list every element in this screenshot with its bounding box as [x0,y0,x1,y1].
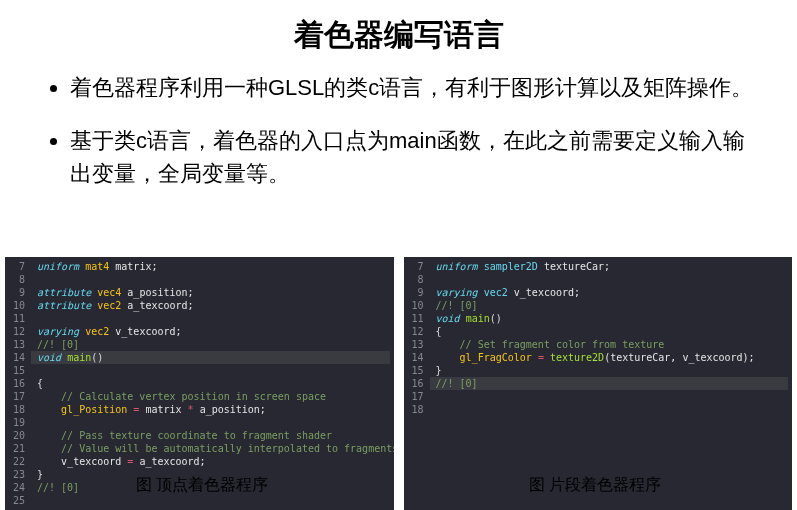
bullet-list: 着色器程序利用一种GLSL的类c语言，有利于图形计算以及矩阵操作。 基于类c语言… [40,71,757,190]
line-gutter: 7 8 9 10 11 12 13 14 15 16 17 18 19 20 2… [5,257,31,510]
slide-title: 着色器编写语言 [40,15,757,56]
vertex-caption: 图 顶点着色器程序 [5,475,399,496]
code-lines: uniform mat4 matrix; attribute vec4 a_po… [31,257,394,510]
line-gutter: 7 8 9 10 11 12 13 14 15 16 17 18 [404,257,430,419]
fragment-caption: 图 片段着色器程序 [399,475,793,496]
bullet-item: 着色器程序利用一种GLSL的类c语言，有利于图形计算以及矩阵操作。 [70,71,757,104]
code-lines: uniform sampler2D textureCar; varying ve… [430,257,793,419]
slide: 着色器编写语言 着色器程序利用一种GLSL的类c语言，有利于图形计算以及矩阵操作… [0,0,797,510]
code-row: 7 8 9 10 11 12 13 14 15 16 17 18 19 20 2… [0,257,797,510]
caption-row: 图 顶点着色器程序 图 片段着色器程序 [0,475,797,496]
vertex-shader-code: 7 8 9 10 11 12 13 14 15 16 17 18 19 20 2… [5,257,394,510]
bullet-item: 基于类c语言，着色器的入口点为main函数，在此之前需要定义输入输出变量，全局变… [70,124,757,190]
fragment-shader-code: 7 8 9 10 11 12 13 14 15 16 17 18 uniform… [404,257,793,510]
